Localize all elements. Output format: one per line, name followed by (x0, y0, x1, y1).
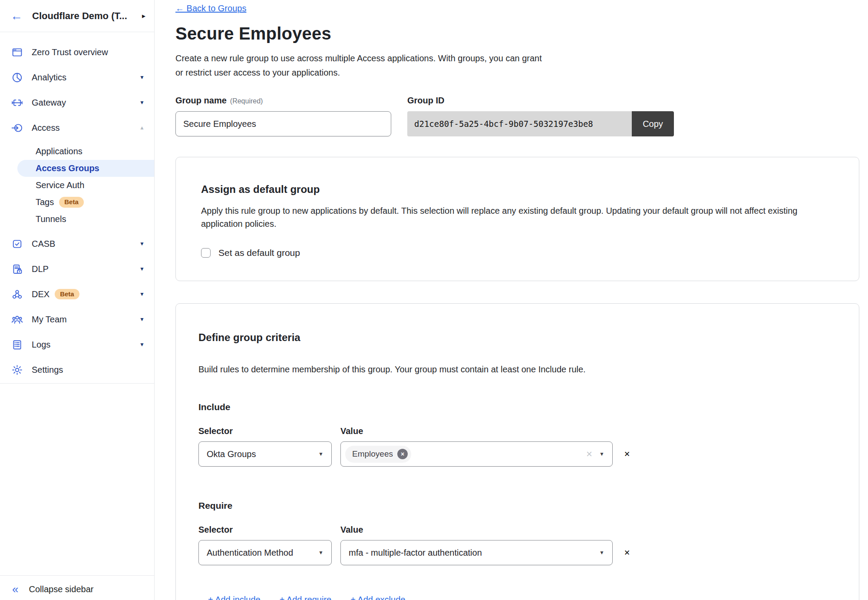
casb-icon (11, 238, 23, 250)
chevron-down-icon[interactable]: ▼ (139, 341, 145, 348)
include-value-label: Value (340, 426, 363, 436)
sidebar-item-my-team[interactable]: My Team ▼ (0, 307, 154, 332)
chevron-down-icon[interactable]: ▼ (139, 99, 145, 106)
document-lock-icon (11, 263, 23, 275)
gear-icon (11, 364, 23, 376)
add-exclude-link[interactable]: + Add exclude (350, 595, 405, 600)
pie-chart-icon (11, 72, 23, 83)
add-rule-links: + Add include + Add require + Add exclud… (208, 595, 834, 600)
sidebar-item-tags[interactable]: Tags Beta (0, 194, 154, 211)
value-chip: Employees × (345, 446, 411, 463)
sidebar-item-label: CASB (32, 239, 55, 249)
require-selector-value: Authentication Method (207, 548, 293, 558)
sidebar-item-label: Access Groups (36, 163, 99, 173)
chevron-down-icon: ▼ (599, 451, 604, 457)
clear-values-icon[interactable]: × (586, 449, 592, 459)
criteria-heading: Define group criteria (198, 331, 834, 344)
access-icon (11, 122, 23, 134)
include-selector-dropdown[interactable]: Okta Groups ▼ (198, 441, 332, 467)
sidebar-item-label: Tunnels (36, 214, 66, 224)
require-heading: Require (198, 501, 834, 511)
sidebar-item-dlp[interactable]: DLP ▼ (0, 256, 154, 282)
sidebar-item-label: Gateway (32, 98, 66, 108)
sidebar-item-zero-trust-overview[interactable]: Zero Trust overview (0, 40, 154, 65)
account-title: Cloudflare Demo (T... (32, 10, 127, 22)
include-value-combobox[interactable]: Employees × × ▼ (340, 441, 613, 467)
require-selector-dropdown[interactable]: Authentication Method ▼ (198, 540, 332, 565)
group-id-field: Group ID d21ce80f-5a25-4bcf-9b07-5032197… (407, 96, 674, 136)
sidebar-item-label: Logs (32, 340, 50, 350)
team-icon (11, 314, 23, 325)
sidebar-item-label: Applications (36, 146, 83, 156)
chevron-down-icon[interactable]: ▼ (139, 291, 145, 297)
sidebar-header: ← Cloudflare Demo (T... ▸ (0, 0, 154, 32)
main-content: ← Back to Groups Secure Employees Create… (155, 0, 868, 600)
default-group-card: Assign as default group Apply this rule … (175, 157, 859, 281)
group-id-value: d21ce80f-5a25-4bcf-9b07-5032197e3be8 (407, 111, 632, 136)
require-column-labels: Selector Value (198, 525, 834, 535)
remove-include-rule-icon[interactable]: ✕ (624, 450, 630, 459)
sidebar-item-applications[interactable]: Applications (0, 143, 154, 160)
default-group-description: Apply this rule group to new application… (201, 204, 822, 230)
expand-caret-icon[interactable]: ▸ (142, 12, 145, 20)
collapse-chevrons-icon: « (12, 583, 18, 595)
require-rule-row: Authentication Method ▼ mfa - multiple-f… (198, 540, 834, 565)
beta-badge: Beta (55, 289, 79, 300)
copy-group-id-button[interactable]: Copy (632, 111, 674, 136)
include-rule-row: Okta Groups ▼ Employees × × ▼ ✕ (198, 441, 834, 467)
sidebar-item-label: My Team (32, 315, 67, 325)
add-require-link[interactable]: + Add require (280, 595, 332, 600)
sidebar-nav: Zero Trust overview Analytics ▼ (0, 40, 154, 384)
network-nodes-icon (11, 288, 23, 300)
sidebar-item-label: DEX (32, 289, 50, 299)
sidebar-item-label: Settings (32, 365, 63, 375)
require-value-dropdown[interactable]: mfa - multiple-factor authentication ▼ (340, 540, 613, 565)
collapse-sidebar-label: Collapse sidebar (29, 584, 93, 594)
remove-require-rule-icon[interactable]: ✕ (624, 548, 630, 557)
sidebar: ← Cloudflare Demo (T... ▸ Zero Trust ove… (0, 0, 155, 600)
window-icon (11, 46, 23, 58)
sidebar-item-settings[interactable]: Settings (0, 357, 154, 382)
chevron-down-icon[interactable]: ▼ (139, 74, 145, 80)
back-arrow-icon[interactable]: ← (10, 10, 23, 22)
chevron-down-icon: ▼ (318, 451, 323, 457)
require-selector-label: Selector (198, 525, 340, 535)
sidebar-item-service-auth[interactable]: Service Auth (0, 177, 154, 194)
sidebar-item-access-groups[interactable]: Access Groups (17, 160, 154, 177)
group-name-field: Group name(Required) (175, 96, 391, 136)
sidebar-item-gateway[interactable]: Gateway ▼ (0, 90, 154, 115)
zero-trust-dashboard: ← Cloudflare Demo (T... ▸ Zero Trust ove… (0, 0, 868, 600)
include-selector-value: Okta Groups (207, 449, 256, 459)
require-value: mfa - multiple-factor authentication (349, 548, 482, 558)
chevron-down-icon[interactable]: ▼ (139, 241, 145, 247)
group-name-input[interactable] (175, 111, 391, 136)
sidebar-item-analytics[interactable]: Analytics ▼ (0, 65, 154, 90)
include-selector-label: Selector (198, 426, 340, 436)
sidebar-item-access[interactable]: Access ▲ (0, 115, 154, 140)
chevron-down-icon[interactable]: ▼ (139, 266, 145, 272)
sidebar-item-tunnels[interactable]: Tunnels (0, 211, 154, 228)
chevron-up-icon[interactable]: ▲ (139, 125, 145, 131)
page-description-line2: or restrict user access to your applicat… (175, 66, 868, 80)
chevron-down-icon: ▼ (599, 550, 604, 556)
sidebar-item-label: Zero Trust overview (32, 47, 108, 57)
beta-badge: Beta (59, 197, 84, 208)
gateway-icon (11, 97, 23, 109)
set-default-group-checkbox[interactable] (201, 248, 211, 258)
page-description-line1: Create a new rule group to use across mu… (175, 51, 868, 66)
sidebar-item-label: Service Auth (36, 180, 84, 190)
group-id-label: Group ID (407, 96, 445, 105)
set-default-group-row[interactable]: Set as default group (201, 248, 300, 258)
sidebar-item-dex[interactable]: DEX Beta ▼ (0, 282, 154, 307)
sidebar-item-logs[interactable]: Logs ▼ (0, 332, 154, 357)
include-heading: Include (198, 402, 834, 412)
back-to-groups-link[interactable]: ← Back to Groups (175, 3, 246, 13)
include-column-labels: Selector Value (198, 426, 834, 436)
chip-remove-icon[interactable]: × (397, 449, 408, 459)
chevron-down-icon: ▼ (318, 550, 323, 556)
chevron-down-icon[interactable]: ▼ (139, 316, 145, 322)
collapse-sidebar-button[interactable]: « Collapse sidebar (0, 576, 154, 600)
sidebar-item-casb[interactable]: CASB ▼ (0, 231, 154, 256)
add-include-link[interactable]: + Add include (208, 595, 261, 600)
sidebar-item-label: Analytics (32, 73, 66, 83)
